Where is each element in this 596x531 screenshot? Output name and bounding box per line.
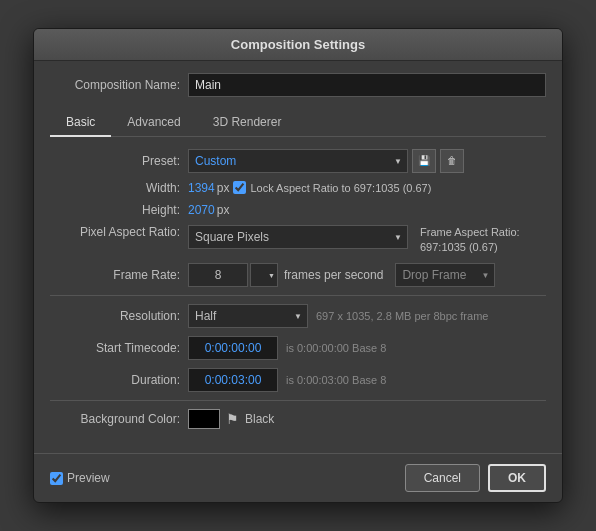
ok-button[interactable]: OK xyxy=(488,464,546,492)
frame-rate-label: Frame Rate: xyxy=(50,268,180,282)
height-value[interactable]: 2070 xyxy=(188,203,215,217)
eyedropper-button[interactable]: ⚑ xyxy=(226,411,239,427)
resolution-row: Resolution: Half 697 x 1035, 2.8 MB per … xyxy=(50,304,546,328)
lock-aspect-label[interactable]: Lock Aspect Ratio to 697:1035 (0.67) xyxy=(233,181,431,194)
resolution-info: 697 x 1035, 2.8 MB per 8bpc frame xyxy=(316,310,488,322)
preset-select[interactable]: Custom xyxy=(188,149,408,173)
width-unit: px xyxy=(217,181,230,195)
tab-advanced[interactable]: Advanced xyxy=(111,109,196,137)
preview-checkbox[interactable] xyxy=(50,472,63,485)
preset-select-wrapper: Custom xyxy=(188,149,408,173)
comp-name-input[interactable] xyxy=(188,73,546,97)
background-color-name: Black xyxy=(245,412,274,426)
duration-label: Duration: xyxy=(50,373,180,387)
width-value[interactable]: 1394 xyxy=(188,181,215,195)
composition-settings-dialog: Composition Settings Composition Name: B… xyxy=(33,28,563,504)
start-timecode-input[interactable] xyxy=(188,336,278,360)
preset-label: Preset: xyxy=(50,154,180,168)
start-timecode-row: Start Timecode: is 0:00:00:00 Base 8 xyxy=(50,336,546,360)
comp-name-row: Composition Name: xyxy=(50,73,546,97)
start-timecode-label: Start Timecode: xyxy=(50,341,180,355)
lock-aspect-checkbox[interactable] xyxy=(233,181,246,194)
tab-basic[interactable]: Basic xyxy=(50,109,111,137)
preset-save-button[interactable]: 💾 xyxy=(412,149,436,173)
frame-rate-row: Frame Rate: frames per second Drop Frame xyxy=(50,263,546,287)
resolution-label: Resolution: xyxy=(50,309,180,323)
duration-info: is 0:00:03:00 Base 8 xyxy=(286,374,386,386)
pixel-aspect-select[interactable]: Square Pixels xyxy=(188,225,408,249)
height-row: Height: 2070 px xyxy=(50,203,546,217)
height-label: Height: xyxy=(50,203,180,217)
divider-1 xyxy=(50,295,546,296)
width-label: Width: xyxy=(50,181,180,195)
background-color-label: Background Color: xyxy=(50,412,180,426)
dialog-title: Composition Settings xyxy=(34,29,562,61)
tabs-bar: Basic Advanced 3D Renderer xyxy=(50,109,546,137)
frame-aspect-info: Frame Aspect Ratio: 697:1035 (0.67) xyxy=(420,225,520,256)
preview-checkbox-label[interactable]: Preview xyxy=(50,471,110,485)
frame-rate-dropdown[interactable] xyxy=(250,263,278,287)
background-color-swatch[interactable] xyxy=(188,409,220,429)
width-row: Width: 1394 px Lock Aspect Ratio to 697:… xyxy=(50,181,546,195)
comp-name-label: Composition Name: xyxy=(50,78,180,92)
background-color-row: Background Color: ⚑ Black xyxy=(50,409,546,429)
resolution-select[interactable]: Half xyxy=(188,304,308,328)
duration-input[interactable] xyxy=(188,368,278,392)
fps-label: frames per second xyxy=(284,268,383,282)
lock-aspect-row: Lock Aspect Ratio to 697:1035 (0.67) xyxy=(233,181,431,194)
height-unit: px xyxy=(217,203,230,217)
dialog-footer: Preview Cancel OK xyxy=(34,453,562,502)
preset-row: Preset: Custom 💾 🗑 xyxy=(50,149,546,173)
frame-rate-input[interactable] xyxy=(188,263,248,287)
start-timecode-info: is 0:00:00:00 Base 8 xyxy=(286,342,386,354)
pixel-aspect-label: Pixel Aspect Ratio: xyxy=(50,225,180,239)
divider-2 xyxy=(50,400,546,401)
drop-frame-select[interactable]: Drop Frame xyxy=(395,263,495,287)
pixel-aspect-row: Pixel Aspect Ratio: Square Pixels Frame … xyxy=(50,225,546,256)
cancel-button[interactable]: Cancel xyxy=(405,464,480,492)
preset-delete-button[interactable]: 🗑 xyxy=(440,149,464,173)
tab-3d-renderer[interactable]: 3D Renderer xyxy=(197,109,298,137)
footer-buttons: Cancel OK xyxy=(405,464,546,492)
duration-row: Duration: is 0:00:03:00 Base 8 xyxy=(50,368,546,392)
